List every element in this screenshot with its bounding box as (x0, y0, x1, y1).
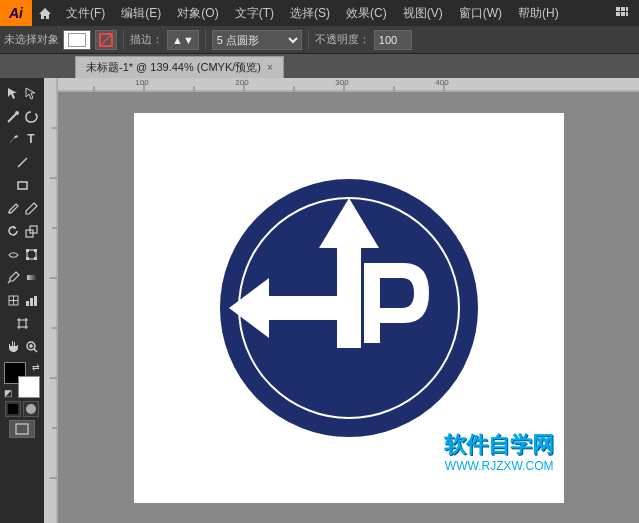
lasso-tool[interactable] (22, 105, 40, 127)
menu-select[interactable]: 选择(S) (282, 0, 338, 26)
swap-colors-icon[interactable]: ⇄ (32, 362, 40, 372)
svg-rect-6 (626, 12, 628, 16)
svg-rect-59 (44, 78, 58, 523)
mesh-tool[interactable] (4, 289, 22, 311)
svg-line-23 (8, 281, 10, 283)
svg-rect-21 (26, 257, 29, 260)
svg-text:200: 200 (235, 78, 249, 87)
stroke-value: ▲▼ (172, 34, 194, 46)
ruler-top: 100 200 300 400 (44, 78, 639, 92)
color-swatches: ⇄ ◩ (4, 362, 40, 398)
svg-rect-3 (626, 7, 628, 11)
svg-point-15 (8, 211, 10, 213)
workspace-icon[interactable] (609, 0, 635, 26)
artboard: 软件自学网 WWW.RJZXW.COM (134, 113, 564, 503)
magic-tool-group (4, 105, 40, 127)
menu-object[interactable]: 对象(O) (169, 0, 226, 26)
svg-rect-14 (18, 182, 27, 189)
free-transform-tool[interactable] (22, 243, 40, 265)
fill-swatch[interactable] (63, 30, 91, 50)
pencil-tool[interactable] (22, 197, 40, 219)
menu-window[interactable]: 窗口(W) (451, 0, 510, 26)
tab-title: 未标题-1* @ 139.44% (CMYK/预览) (86, 60, 261, 75)
mesh-tool-group (4, 289, 40, 311)
mask-mode-button[interactable] (23, 401, 39, 417)
menu-items: 文件(F) 编辑(E) 对象(O) 文字(T) 选择(S) 效果(C) 视图(V… (58, 0, 609, 26)
background-swatch[interactable] (18, 376, 40, 398)
menu-file[interactable]: 文件(F) (58, 0, 113, 26)
menu-bar: Ai 文件(F) 编辑(E) 对象(O) 文字(T) 选择(S) 效果(C) 视… (0, 0, 639, 26)
svg-rect-30 (34, 296, 37, 306)
svg-text:300: 300 (335, 78, 349, 87)
svg-rect-31 (19, 320, 26, 327)
menu-help[interactable]: 帮助(H) (510, 0, 567, 26)
svg-rect-2 (621, 7, 625, 11)
gradient-tool[interactable] (22, 266, 40, 288)
scale-tool[interactable] (22, 220, 40, 242)
line-tool[interactable] (4, 151, 40, 173)
hand-tool[interactable] (4, 335, 22, 357)
selection-tool[interactable] (4, 82, 22, 104)
stroke-icon[interactable] (95, 30, 117, 50)
brush-size-select[interactable]: 5 点圆形 (212, 30, 302, 50)
svg-rect-4 (616, 12, 620, 16)
road-sign-graphic (209, 168, 489, 448)
opacity-input[interactable]: 100 (374, 30, 412, 50)
stroke-label: 描边： (130, 32, 163, 47)
normal-mode-button[interactable] (5, 401, 21, 417)
left-toolbar: T (0, 78, 44, 523)
svg-text:400: 400 (435, 78, 449, 87)
default-colors-icon[interactable]: ◩ (4, 388, 13, 398)
paintbrush-tool[interactable] (4, 197, 22, 219)
svg-rect-22 (34, 257, 37, 260)
magic-wand-tool[interactable] (4, 105, 22, 127)
eyedropper-tool[interactable] (4, 266, 22, 288)
screen-mode-button[interactable] (9, 420, 35, 438)
ai-logo: Ai (0, 0, 32, 26)
menu-effect[interactable]: 效果(C) (338, 0, 395, 26)
ruler-left (44, 78, 58, 523)
home-icon[interactable] (32, 0, 58, 26)
direct-selection-tool[interactable] (22, 82, 40, 104)
transform-tool-group (4, 220, 40, 242)
artboard-tool[interactable] (4, 312, 40, 334)
tab-close-button[interactable]: × (267, 62, 273, 73)
nav-tool-group (4, 335, 40, 357)
svg-line-8 (100, 34, 112, 46)
watermark-text-main: 软件自学网 (444, 432, 554, 458)
brush-tool-group (4, 197, 40, 219)
pen-tool[interactable] (4, 128, 22, 150)
warp-tool-group (4, 243, 40, 265)
svg-line-41 (34, 349, 37, 352)
svg-rect-24 (27, 275, 36, 280)
svg-marker-9 (8, 88, 17, 99)
warp-tool[interactable] (4, 243, 22, 265)
watermark-text-sub: WWW.RJZXW.COM (444, 459, 554, 473)
svg-line-13 (18, 158, 27, 167)
mode-buttons (5, 401, 39, 417)
svg-rect-19 (26, 249, 29, 252)
type-tool[interactable]: T (22, 128, 40, 150)
pen-tool-group: T (4, 128, 40, 150)
canvas-area: 100 200 300 400 (44, 78, 639, 523)
eyedropper-tool-group (4, 266, 40, 288)
menu-view[interactable]: 视图(V) (395, 0, 451, 26)
svg-rect-44 (16, 424, 28, 434)
watermark: 软件自学网 WWW.RJZXW.COM (444, 432, 554, 472)
svg-text:100: 100 (135, 78, 149, 87)
opacity-label: 不透明度： (315, 32, 370, 47)
svg-rect-73 (337, 228, 361, 348)
chart-tool[interactable] (22, 289, 40, 311)
svg-rect-1 (616, 7, 620, 11)
svg-rect-29 (30, 298, 33, 306)
menu-text[interactable]: 文字(T) (227, 0, 282, 26)
rectangle-tool[interactable] (4, 174, 40, 196)
menu-edit[interactable]: 编辑(E) (113, 0, 169, 26)
zoom-tool[interactable] (22, 335, 40, 357)
document-tab[interactable]: 未标题-1* @ 139.44% (CMYK/预览) × (75, 56, 284, 78)
svg-line-11 (8, 114, 16, 122)
svg-point-12 (15, 111, 19, 115)
rotate-tool[interactable] (4, 220, 22, 242)
tab-bar: 未标题-1* @ 139.44% (CMYK/预览) × (0, 54, 639, 78)
options-bar: 未选择对象 描边： ▲▼ 5 点圆形 不透明度： 100 (0, 26, 639, 54)
